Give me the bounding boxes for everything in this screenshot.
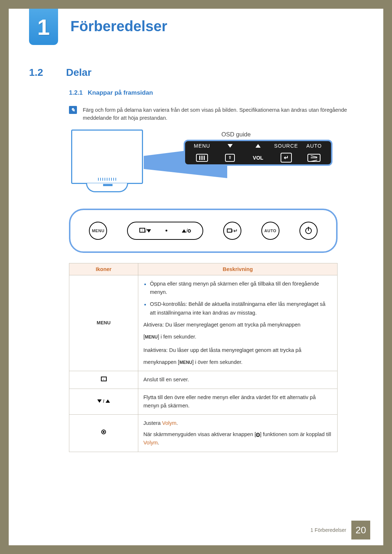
diagram: OSD guide MENU ⇧ VOL SOURCE ↵ [69, 130, 363, 253]
osd-menu-icon [196, 154, 208, 162]
osd-auto-label: AUTO [306, 143, 322, 149]
th-icons: Ikoner [69, 263, 138, 275]
icon-arrows: / [69, 389, 138, 414]
menu-bullet-1: Öppna eller stäng menyn på skärmen eller… [143, 280, 332, 296]
chapter-number: 1 [37, 14, 50, 40]
table-row: Justera Volym. När skärmmenyguiden visas… [69, 415, 338, 452]
osd-guide-label: OSD guide [221, 131, 251, 138]
footer-text: 1 Förberedelser [310, 527, 346, 533]
osd-seg-down: ⇧ [216, 143, 244, 163]
button-bar: MENU / / /↵ AUTO [69, 209, 338, 253]
icon-connect [69, 371, 138, 389]
description-table: Ikoner Beskrivning MENU Öppna eller stän… [69, 263, 338, 452]
osd-seg-auto: AUTO [300, 143, 328, 163]
btn-nav-pill: / / [127, 222, 203, 240]
btn-auto: AUTO [261, 222, 279, 240]
osd-panel: MENU ⇧ VOL SOURCE ↵ AUTO [184, 140, 332, 166]
menu-p2: Inaktivera: Du låser upp det låsta menyr… [143, 346, 332, 354]
osd-vol-label: VOL [253, 155, 264, 161]
power-icon [305, 227, 312, 234]
desc-connect: Anslut till en server. [138, 371, 338, 389]
desc-arrows: Flytta till den övre eller nedre menyn e… [138, 389, 338, 414]
content: 1.2 Delar 1.2.1 Knappar på framsidan ✎ F… [29, 67, 363, 452]
chapter-title: Förberedelser [70, 18, 167, 34]
monitor-decor [98, 178, 116, 181]
desc-vol: Justera Volym. När skärmmenyguiden visas… [138, 415, 338, 452]
monitor-illustration [71, 130, 143, 184]
osd-source-label: SOURCE [274, 143, 298, 149]
osd-down-icon: ⇧ [225, 154, 235, 162]
triangle-down-icon [228, 144, 233, 148]
subsection-heading: 1.2.1 Knappar på framsidan [69, 89, 363, 97]
section-title: Delar [66, 67, 91, 78]
menu-bullet-2: OSD-kontrollås: Behåll de aktuella instä… [143, 300, 332, 317]
desc-menu: Öppna eller stäng menyn på skärmen eller… [138, 275, 338, 371]
btn-power [299, 222, 318, 240]
icon-menu: MENU [69, 275, 138, 371]
menu-p3: menyknappen [MENU] i över fem sekunder. [143, 358, 332, 366]
up-rec-icon: / [182, 228, 191, 234]
monitor-stand [103, 184, 113, 186]
osd-enter-icon: ↵ [281, 153, 292, 163]
footer: 1 Förberedelser 20 [310, 521, 370, 539]
btn-menu: MENU [89, 222, 107, 240]
osd-auto-icon [307, 154, 320, 162]
osd-menu-label: MENU [194, 143, 210, 149]
note-text: Färg och form på delarna kan variera frå… [83, 106, 363, 122]
footer-page-number: 20 [351, 521, 370, 539]
btn-source: /↵ [223, 222, 241, 240]
subsection-title: Knappar på framsidan [88, 89, 153, 97]
table-row: / Flytta till den övre eller nedre menyn… [69, 389, 338, 414]
dot-icon [166, 230, 167, 231]
triangle-up-icon [256, 144, 261, 148]
table-row: MENU Öppna eller stäng menyn på skärmen … [69, 275, 338, 371]
menu-p1b: [MENU] i fem sekunder. [143, 333, 332, 341]
icon-record [69, 415, 138, 452]
th-desc: Beskrivning [138, 263, 338, 275]
note: ✎ Färg och form på delarna kan variera f… [69, 106, 363, 122]
note-icon: ✎ [69, 106, 77, 114]
chapter-tab: 1 [29, 9, 58, 45]
osd-seg-menu: MENU [188, 143, 216, 163]
record-icon [256, 433, 260, 437]
section-heading: 1.2 Delar [29, 67, 363, 78]
subsection-number: 1.2.1 [69, 89, 83, 97]
osd-seg-up: VOL [244, 143, 272, 163]
table-row: Anslut till en server. [69, 371, 338, 389]
menu-p1a: Aktivera: Du låser menyreglaget genom at… [143, 321, 332, 329]
section-number: 1.2 [29, 67, 54, 78]
page: 1 Förberedelser 1.2 Delar 1.2.1 Knappar … [9, 9, 383, 545]
connect-icon: / [139, 228, 151, 234]
osd-seg-source: SOURCE ↵ [272, 143, 300, 163]
